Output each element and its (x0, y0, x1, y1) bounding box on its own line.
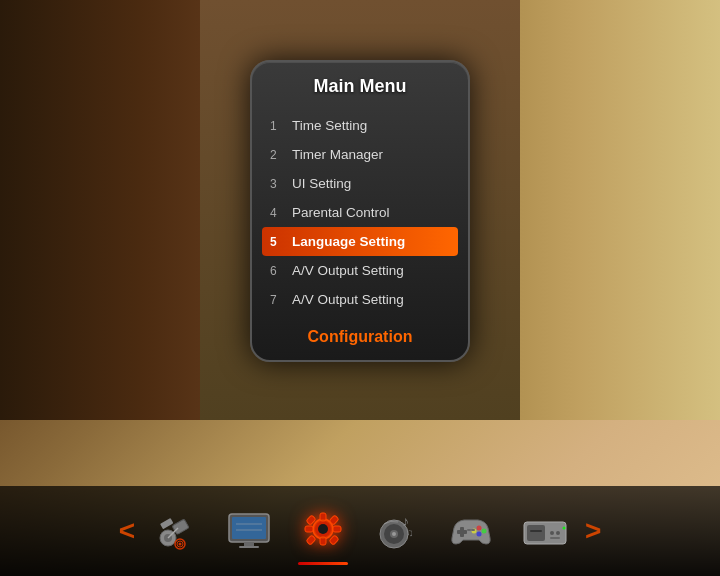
svg-point-7 (179, 543, 182, 546)
main-menu-panel: Main Menu 1Time Setting2Timer Manager3UI… (250, 60, 470, 362)
nav-next-button[interactable]: > (575, 515, 611, 547)
menu-item-label: A/V Output Setting (292, 292, 404, 307)
svg-point-43 (556, 531, 560, 535)
svg-point-35 (477, 532, 482, 537)
menu-item-ui-setting[interactable]: 3UI Setting (262, 169, 458, 198)
gamepad-icon (446, 506, 496, 556)
menu-item-language-setting[interactable]: 5Language Setting (262, 227, 458, 256)
nav-icons-container: ♪ ♫ (145, 501, 575, 561)
menu-item-number: 2 (270, 148, 284, 162)
svg-rect-18 (305, 526, 313, 532)
menu-item-parental-control[interactable]: 4Parental Control (262, 198, 458, 227)
menu-footer: Configuration (252, 318, 468, 360)
menu-item-number: 6 (270, 264, 284, 278)
svg-rect-41 (530, 530, 542, 532)
svg-rect-10 (244, 542, 254, 546)
svg-rect-37 (467, 529, 471, 531)
menu-item-number: 1 (270, 119, 284, 133)
vcr-icon (520, 506, 570, 556)
menu-item-label: UI Setting (292, 176, 351, 191)
svg-point-42 (550, 531, 554, 535)
satellite-icon (150, 506, 200, 556)
menu-item-time-setting[interactable]: 1Time Setting (262, 111, 458, 140)
svg-rect-22 (306, 535, 316, 545)
menu-item-label: Time Setting (292, 118, 367, 133)
menu-item-a/v-output-setting[interactable]: 7A/V Output Setting (262, 285, 458, 314)
nav-bar: < (0, 486, 720, 576)
nav-icon-music[interactable]: ♪ ♫ (367, 501, 427, 561)
menu-item-label: Parental Control (292, 205, 390, 220)
menu-item-label: A/V Output Setting (292, 263, 404, 278)
svg-rect-40 (527, 525, 545, 541)
svg-point-33 (477, 526, 482, 531)
menu-item-timer-manager[interactable]: 2Timer Manager (262, 140, 458, 169)
menu-item-label: Timer Manager (292, 147, 383, 162)
svg-rect-11 (239, 546, 259, 548)
menu-item-a/v-output-setting[interactable]: 6A/V Output Setting (262, 256, 458, 285)
svg-point-28 (392, 532, 396, 536)
menu-title: Main Menu (252, 62, 468, 107)
menu-item-number: 5 (270, 235, 284, 249)
svg-rect-3 (160, 518, 173, 529)
svg-point-45 (563, 527, 566, 530)
nav-prev-button[interactable]: < (109, 515, 145, 547)
nav-icon-gear[interactable] (293, 501, 353, 561)
nav-icon-satellite[interactable] (145, 501, 205, 561)
svg-rect-38 (471, 529, 475, 531)
gear-icon (295, 503, 351, 559)
svg-rect-19 (333, 526, 341, 532)
svg-text:♫: ♫ (406, 527, 414, 538)
svg-point-15 (318, 524, 328, 534)
menu-item-label: Language Setting (292, 234, 405, 249)
svg-rect-44 (550, 537, 560, 539)
menu-items-list: 1Time Setting2Timer Manager3UI Setting4P… (252, 107, 468, 318)
menu-item-number: 7 (270, 293, 284, 307)
svg-rect-9 (232, 517, 266, 539)
monitor-icon (224, 506, 274, 556)
svg-point-34 (482, 529, 487, 534)
nav-icon-gamepad[interactable] (441, 501, 501, 561)
menu-item-number: 3 (270, 177, 284, 191)
menu-item-number: 4 (270, 206, 284, 220)
music-icon: ♪ ♫ (372, 506, 422, 556)
gear-active-indicator (298, 562, 348, 565)
nav-icon-monitor[interactable] (219, 501, 279, 561)
nav-icon-vcr[interactable] (515, 501, 575, 561)
svg-rect-32 (457, 530, 467, 534)
